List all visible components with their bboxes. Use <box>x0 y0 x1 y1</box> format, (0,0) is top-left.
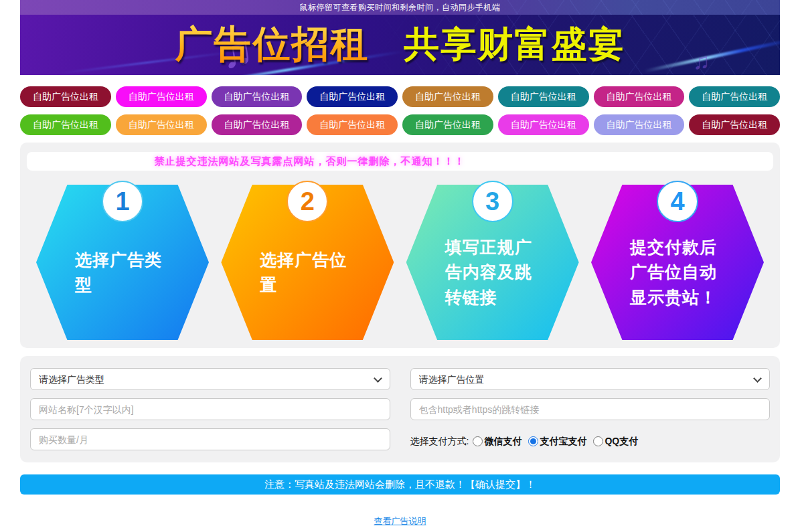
ad-buttons-row-1: 自助广告位出租自助广告位出租自助广告位出租自助广告位出租自助广告位出租自助广告位… <box>20 86 780 107</box>
ad-slot-button[interactable]: 自助广告位出租 <box>116 114 207 135</box>
ad-position-select[interactable]: 请选择广告位置 <box>410 368 771 390</box>
ad-slot-button[interactable]: 自助广告位出租 <box>402 86 493 107</box>
order-form: 请选择广告类型 请选择广告位置 选择支付方式: 微信支付支付宝支付QQ支付 <box>20 356 780 462</box>
confirm-submit-button[interactable]: 注意：写真站及违法网站会删除，且不退款！【确认提交】！ <box>20 474 780 495</box>
step-number: 3 <box>485 189 499 214</box>
site-name-input[interactable] <box>30 398 390 420</box>
step-item: 选择广告类型1 <box>36 181 209 341</box>
ad-slot-button[interactable]: 自助广告位出租 <box>498 86 589 107</box>
ad-slot-button[interactable]: 自助广告位出租 <box>594 114 685 135</box>
step-item: 填写正规广告内容及跳转链接3 <box>406 181 579 341</box>
banner-title-main: 广告位招租 <box>175 19 370 70</box>
step-number: 4 <box>670 189 684 214</box>
quantity-input[interactable] <box>30 428 390 450</box>
ad-slot-button[interactable]: 自助广告位出租 <box>689 114 780 135</box>
steps-card: 禁止提交违法网站及写真露点网站，否则一律删除，不通知！！！ 选择广告类型1选择广… <box>20 143 780 348</box>
step-text: 选择广告类型 <box>75 228 170 298</box>
ad-slot-button[interactable]: 自助广告位出租 <box>689 86 780 107</box>
topbar: 鼠标停留可查看购买时间和剩余时间，自动同步手机端 <box>20 0 780 15</box>
link-input[interactable] <box>410 398 771 420</box>
payment-option-支付宝支付[interactable]: 支付宝支付 <box>528 436 586 448</box>
step-text: 提交付款后广告位自动显示贵站！ <box>630 215 725 311</box>
ad-slot-button[interactable]: 自助广告位出租 <box>116 86 207 107</box>
step-number-badge: 4 <box>657 181 698 222</box>
topbar-notice: 鼠标停留可查看购买时间和剩余时间，自动同步手机端 <box>300 2 501 13</box>
payment-option-label: 支付宝支付 <box>540 436 586 448</box>
payment-radio[interactable] <box>528 436 538 446</box>
help-row: 查看广告说明 <box>20 515 780 527</box>
payment-options: 微信支付支付宝支付QQ支付 <box>473 436 645 448</box>
step-text: 填写正规广告内容及跳转链接 <box>445 215 540 311</box>
step-number-badge: 1 <box>102 181 143 222</box>
link-field <box>410 398 771 420</box>
ad-slot-button[interactable]: 自助广告位出租 <box>212 114 303 135</box>
ad-buttons-section: 自助广告位出租自助广告位出租自助广告位出租自助广告位出租自助广告位出租自助广告位… <box>20 86 780 135</box>
payment-method-row: 选择支付方式: 微信支付支付宝支付QQ支付 <box>410 428 771 450</box>
payment-option-微信支付[interactable]: 微信支付 <box>473 436 522 448</box>
step-number: 1 <box>115 189 129 214</box>
step-number: 2 <box>301 189 315 214</box>
step-item: 选择广告位置2 <box>221 181 394 341</box>
ad-slot-button[interactable]: 自助广告位出租 <box>212 86 303 107</box>
payment-radio[interactable] <box>473 436 483 446</box>
ad-type-select[interactable]: 请选择广告类型 <box>30 368 390 390</box>
ad-position-field: 请选择广告位置 <box>410 368 771 390</box>
step-text: 选择广告位置 <box>260 228 355 298</box>
ad-slot-button[interactable]: 自助广告位出租 <box>307 86 398 107</box>
ad-slot-button[interactable]: 自助广告位出租 <box>498 114 589 135</box>
site-name-field <box>30 398 390 420</box>
warning-banner: 禁止提交违法网站及写真露点网站，否则一律删除，不通知！！！ <box>27 152 773 171</box>
ad-slot-button[interactable]: 自助广告位出租 <box>402 114 493 135</box>
step-number-badge: 2 <box>287 181 328 222</box>
banner: ♫ ♫ 广告位招租 共享财富盛宴 <box>20 15 780 75</box>
ad-slot-button[interactable]: 自助广告位出租 <box>20 114 111 135</box>
step-number-badge: 3 <box>472 181 513 222</box>
payment-radio[interactable] <box>593 436 603 446</box>
banner-title-sub: 共享财富盛宴 <box>404 21 625 69</box>
payment-option-label: 微信支付 <box>484 436 522 448</box>
payment-option-QQ支付[interactable]: QQ支付 <box>593 436 638 448</box>
payment-method-label: 选择支付方式: <box>410 436 469 448</box>
quantity-field <box>30 428 390 450</box>
ad-slot-button[interactable]: 自助广告位出租 <box>594 86 685 107</box>
steps-row: 选择广告类型1选择广告位置2填写正规广告内容及跳转链接3提交付款后广告位自动显示… <box>27 181 773 341</box>
payment-option-label: QQ支付 <box>605 436 638 448</box>
ad-help-link[interactable]: 查看广告说明 <box>374 516 426 526</box>
page: 鼠标停留可查看购买时间和剩余时间，自动同步手机端 ♫ ♫ 广告位招租 共享财富盛… <box>20 0 780 527</box>
step-item: 提交付款后广告位自动显示贵站！4 <box>591 181 764 341</box>
ad-slot-button[interactable]: 自助广告位出租 <box>20 86 111 107</box>
ad-buttons-row-2: 自助广告位出租自助广告位出租自助广告位出租自助广告位出租自助广告位出租自助广告位… <box>20 114 780 135</box>
ad-type-field: 请选择广告类型 <box>30 368 390 390</box>
ad-slot-button[interactable]: 自助广告位出租 <box>307 114 398 135</box>
